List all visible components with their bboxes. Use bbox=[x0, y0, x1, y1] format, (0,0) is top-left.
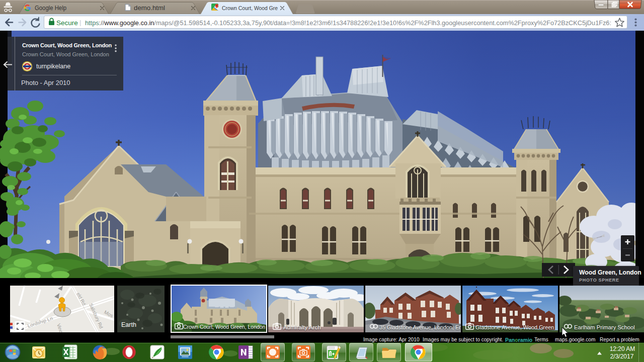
svg-text:Earth: Earth bbox=[121, 321, 136, 328]
svg-text:demo.html: demo.html bbox=[134, 5, 165, 12]
svg-text:12:20 AM: 12:20 AM bbox=[610, 345, 635, 352]
svg-text:Crown Court, Wood Gre: Crown Court, Wood Gre bbox=[222, 5, 278, 11]
svg-text:Google Help: Google Help bbox=[35, 5, 66, 12]
svg-text:|: | bbox=[79, 19, 81, 26]
svg-text:https://www.google.co.in/maps/: https://www.google.co.in/maps/@51.598514… bbox=[85, 19, 611, 27]
svg-text:Secure: Secure bbox=[56, 19, 78, 27]
svg-text:2/3/2017: 2/3/2017 bbox=[610, 353, 634, 360]
